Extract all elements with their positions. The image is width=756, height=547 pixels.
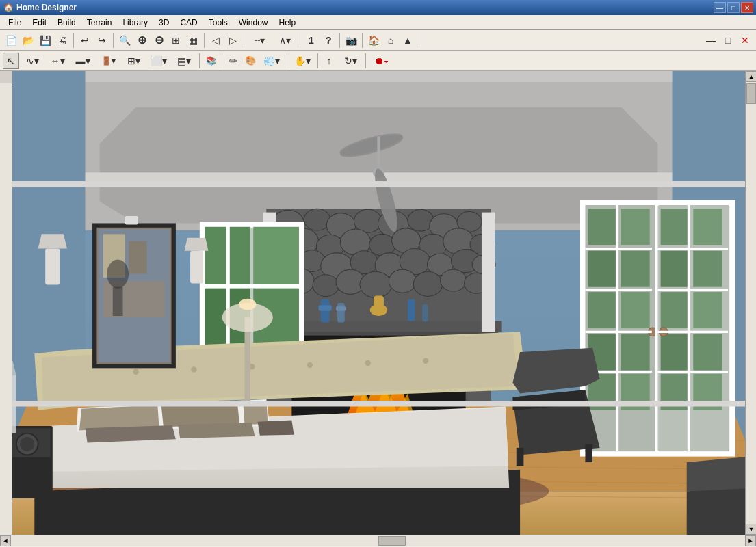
scroll-right-button[interactable]: ► — [745, 535, 756, 546]
house-view1-button[interactable]: 🏠 — [365, 32, 382, 49]
rec-button[interactable]: ⏺▾ — [369, 53, 393, 69]
close-button[interactable]: ✕ — [741, 2, 753, 13]
pencil-button[interactable]: ✏ — [225, 53, 242, 69]
sep4 — [244, 33, 244, 48]
svg-point-128 — [307, 362, 313, 368]
menu-help[interactable]: Help — [273, 16, 301, 29]
viewport[interactable] — [12, 71, 745, 535]
menu-file[interactable]: File — [3, 16, 27, 29]
svg-point-17 — [304, 209, 330, 230]
sep-t2-3 — [287, 53, 287, 68]
win-minimize2-button[interactable]: — — [703, 32, 719, 49]
svg-rect-71 — [253, 227, 299, 285]
redo-button[interactable]: ↪ — [94, 32, 110, 49]
next-view-button[interactable]: ▷ — [224, 32, 241, 49]
help-button[interactable]: ? — [320, 32, 337, 49]
library-tool-button[interactable]: 📚 — [203, 53, 219, 69]
main-content: ▲ ▼ — [0, 71, 756, 535]
svg-marker-121 — [178, 423, 255, 438]
save-view-button[interactable]: ⊞▾ — [121, 53, 146, 69]
zoom-in-small-button[interactable]: 🔍 — [116, 32, 133, 49]
house-view2-button[interactable]: ⌂ — [382, 32, 399, 49]
prev-view-button[interactable]: ◁ — [207, 32, 224, 49]
line-dropdown-button[interactable]: ╌▾ — [247, 32, 272, 49]
menu-edit[interactable]: Edit — [27, 16, 52, 29]
svg-rect-85 — [621, 292, 649, 328]
sep5 — [300, 33, 300, 48]
h-scroll-thumb[interactable] — [378, 536, 406, 546]
paint-button[interactable]: 🎨 — [242, 53, 259, 69]
sep-t2-2 — [222, 53, 222, 68]
wall-button[interactable]: ▬▾ — [70, 53, 95, 69]
svg-rect-166 — [12, 181, 745, 187]
print-button[interactable]: 🖨 — [54, 32, 70, 49]
menu-terrain[interactable]: Terrain — [81, 16, 118, 29]
hand-tool-button[interactable]: ✋▾ — [290, 53, 315, 69]
fill-button[interactable]: ▦ — [185, 32, 201, 49]
svg-rect-60 — [337, 303, 345, 323]
measure-button[interactable]: ↔▾ — [45, 53, 70, 69]
svg-point-143 — [107, 259, 129, 288]
menu-build[interactable]: Build — [52, 16, 81, 29]
win-restore2-button[interactable]: □ — [720, 32, 736, 49]
svg-point-48 — [413, 271, 442, 296]
window-tool-button[interactable]: ⬜▾ — [146, 53, 171, 69]
undo-button[interactable]: ↩ — [77, 32, 93, 49]
minimize-button[interactable]: — — [714, 2, 726, 13]
right-scrollbar[interactable]: ▲ ▼ — [745, 71, 756, 535]
select-tool-button[interactable]: ↖ — [3, 53, 19, 69]
door-button[interactable]: 🚪▾ — [96, 53, 120, 69]
menu-3d[interactable]: 3D — [153, 16, 174, 29]
scene-svg — [12, 71, 745, 535]
win-close2-button[interactable]: ✕ — [737, 32, 753, 49]
scroll-down-button[interactable]: ▼ — [746, 524, 756, 535]
sep-t2-1 — [199, 53, 200, 68]
arrow-up-button[interactable]: ↑ — [321, 53, 337, 69]
svg-rect-80 — [588, 209, 617, 245]
svg-point-134 — [20, 437, 34, 451]
sep8 — [419, 33, 419, 48]
scroll-thumb[interactable] — [746, 83, 756, 104]
svg-rect-141 — [129, 241, 146, 274]
menu-tools[interactable]: Tools — [203, 16, 233, 29]
spray-button[interactable]: 💨▾ — [259, 53, 284, 69]
svg-rect-59 — [319, 305, 332, 310]
scroll-up-button[interactable]: ▲ — [746, 71, 756, 82]
svg-point-129 — [365, 360, 370, 366]
svg-rect-149 — [517, 448, 524, 466]
svg-point-126 — [191, 366, 196, 372]
open-button[interactable]: 📂 — [20, 32, 36, 49]
menu-window[interactable]: Window — [233, 16, 274, 29]
save-button[interactable]: 💾 — [37, 32, 53, 49]
cabinet-button[interactable]: ▤▾ — [172, 53, 196, 69]
svg-rect-84 — [588, 292, 617, 328]
menu-library[interactable]: Library — [117, 16, 153, 29]
svg-point-125 — [133, 369, 138, 374]
svg-rect-83 — [621, 251, 649, 287]
svg-rect-144 — [113, 287, 123, 316]
house-view3-button[interactable]: ▲ — [400, 32, 416, 49]
zoom-in-button[interactable]: ⊕ — [133, 32, 150, 49]
draw-arc-button[interactable]: ∿▾ — [20, 53, 44, 69]
svg-rect-91 — [693, 209, 722, 245]
angle-button[interactable]: ∧▾ — [272, 32, 297, 49]
menu-bar: File Edit Build Terrain Library 3D CAD T… — [0, 15, 756, 30]
menu-cad[interactable]: CAD — [174, 16, 203, 29]
svg-point-47 — [389, 269, 416, 293]
h-scroll-track[interactable] — [11, 535, 745, 546]
window-controls: — □ ✕ — [714, 2, 753, 13]
scroll-track[interactable] — [746, 82, 756, 524]
new-button[interactable]: 📄 — [3, 32, 19, 49]
scroll-left-button[interactable]: ◄ — [0, 535, 11, 546]
camera-button[interactable]: 📷 — [343, 32, 359, 49]
zoom-out-button[interactable]: ⊖ — [151, 32, 167, 49]
sep7 — [362, 33, 363, 48]
dimension-button[interactable]: 1 — [303, 32, 320, 49]
svg-rect-65 — [422, 304, 428, 321]
fit-button[interactable]: ⊞ — [168, 32, 184, 49]
svg-marker-157 — [38, 234, 67, 248]
svg-point-46 — [360, 271, 392, 297]
bottom-scrollbar[interactable]: ◄ ► — [0, 535, 756, 546]
rotate-button[interactable]: ↻▾ — [338, 53, 363, 69]
restore-button[interactable]: □ — [727, 2, 740, 13]
